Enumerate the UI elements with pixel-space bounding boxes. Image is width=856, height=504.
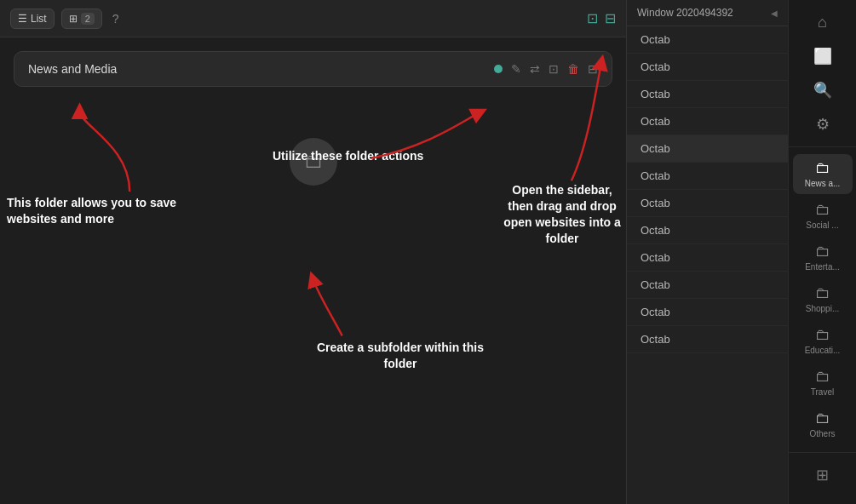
main-content: ☰ List ⊞ 2 ? ⊡ ⊟ News and Media <box>0 0 626 504</box>
folder-icon-education: 🗀 <box>815 326 830 344</box>
sidebar-label-social: Social ... <box>806 220 838 231</box>
folder-icon-others: 🗀 <box>815 410 830 427</box>
folder-area: News and Media ✎ ⇄ ⊡ 🗑 ⊟ 🗀 This folder <box>0 37 626 504</box>
delete-icon[interactable]: 🗑 <box>567 62 579 76</box>
folder-title: News and Media <box>28 62 117 76</box>
status-dot <box>494 65 503 73</box>
list-icon: ☰ <box>18 13 27 25</box>
panel-toggle[interactable]: ◀ <box>771 9 778 18</box>
sidebar-label-education: Educati... <box>805 346 841 356</box>
help-button[interactable]: ? <box>109 9 123 29</box>
annotation-subfolder: Create a subfolder within this folder <box>307 340 494 372</box>
search-icon: 🔍 <box>813 81 832 100</box>
sidebar-item-news[interactable]: 🗀 News a... <box>793 154 853 194</box>
list-item[interactable]: Octab <box>627 108 788 135</box>
list-item[interactable]: Octab <box>627 217 788 244</box>
sidebar-label-others: Others <box>809 429 835 439</box>
toolbar-left: ☰ List ⊞ 2 ? <box>10 9 123 29</box>
sidebar-bottom: ⊞ <box>789 452 856 497</box>
list-item[interactable]: Octab <box>627 54 788 81</box>
columns-button[interactable]: ⊞ 2 <box>61 9 102 29</box>
sidebar-item-others[interactable]: 🗀 Others <box>793 404 853 444</box>
export-icon[interactable]: ⊡ <box>549 62 559 76</box>
list-item[interactable]: Octab <box>627 272 788 299</box>
sidebar-label-shopping: Shoppi... <box>806 304 839 314</box>
sidebar-top-icons: ⌂ ⬜ 🔍 ⚙ <box>789 7 856 147</box>
search-button[interactable]: 🔍 <box>804 75 842 106</box>
app-container: ☰ List ⊞ 2 ? ⊡ ⊟ News and Media <box>0 0 856 504</box>
list-button[interactable]: ☰ List <box>10 9 55 29</box>
folder-icon-news: 🗀 <box>815 159 830 177</box>
add-folder-button[interactable]: ⊞ <box>804 460 842 490</box>
sidebar-item-education[interactable]: 🗀 Educati... <box>793 321 853 361</box>
list-item[interactable]: Octab <box>627 244 788 272</box>
toolbar-right: ⊡ ⊟ <box>587 10 616 26</box>
list-item[interactable]: Octab <box>627 135 788 163</box>
screen-icon[interactable]: ⊟ <box>605 10 616 26</box>
list-item[interactable]: Octab <box>627 81 788 108</box>
more-icon[interactable]: ⊟ <box>588 62 598 76</box>
sidebar-item-shopping[interactable]: 🗀 Shoppi... <box>793 279 853 319</box>
arrows-svg <box>0 37 626 504</box>
sidebar-item-travel[interactable]: 🗀 Travel <box>793 363 853 403</box>
folder-icon-social: 🗀 <box>815 201 830 219</box>
sidebar-item-social[interactable]: 🗀 Social ... <box>793 196 853 236</box>
list-label: List <box>31 13 47 25</box>
badge: 2 <box>81 13 95 25</box>
folder-icon-travel: 🗀 <box>815 368 830 386</box>
home-icon: ⌂ <box>818 14 827 32</box>
settings-button[interactable]: ⚙ <box>804 109 842 140</box>
edit-icon[interactable]: ✎ <box>511 62 521 76</box>
window-title: Window 2020494392 <box>637 7 733 19</box>
annotation-folder-info: This folder allows you to save websites … <box>7 195 228 227</box>
folder-card: News and Media ✎ ⇄ ⊡ 🗑 ⊟ <box>14 51 612 87</box>
list-item[interactable]: Octab <box>627 299 788 326</box>
list-item[interactable]: Octab <box>627 26 788 54</box>
window-panel-header: Window 2020494392 ◀ <box>627 0 788 26</box>
sidebar-item-enterta[interactable]: 🗀 Enterta... <box>793 238 853 278</box>
window-list[interactable]: Octab Octab Octab Octab Octab Octab Octa… <box>627 26 788 504</box>
add-folder-icon: ⊞ <box>816 466 829 484</box>
toolbar: ☰ List ⊞ 2 ? ⊡ ⊟ <box>0 0 626 37</box>
annotation-folder-actions: Utilize these folder actions <box>273 148 423 164</box>
list-item[interactable]: Octab <box>627 326 788 353</box>
save-icon[interactable]: ⊡ <box>587 10 598 26</box>
home-button[interactable]: ⌂ <box>804 7 842 37</box>
sidebar-label-enterta: Enterta... <box>805 262 840 272</box>
tabs-button[interactable]: ⬜ <box>804 41 842 72</box>
list-item[interactable]: Octab <box>627 190 788 217</box>
help-icon: ? <box>112 12 119 26</box>
folder-actions: ✎ ⇄ ⊡ 🗑 ⊟ <box>494 62 598 76</box>
sidebar: ⌂ ⬜ 🔍 ⚙ 🗀 News a... 🗀 Social ... 🗀 <box>788 0 856 504</box>
move-icon[interactable]: ⇄ <box>530 62 540 76</box>
sidebar-folder-list: 🗀 News a... 🗀 Social ... 🗀 Enterta... 🗀 … <box>789 154 856 449</box>
window-panel: Window 2020494392 ◀ Octab Octab Octab Oc… <box>626 0 788 504</box>
folder-icon-enterta: 🗀 <box>815 243 830 261</box>
tabs-icon: ⬜ <box>813 47 832 66</box>
annotation-sidebar-drag: Open the sidebar, then drag and drop ope… <box>498 182 626 247</box>
settings-icon: ⚙ <box>816 115 830 134</box>
columns-icon: ⊞ <box>69 13 78 25</box>
folder-icon-shopping: 🗀 <box>815 284 830 302</box>
list-item[interactable]: Octab <box>627 163 788 190</box>
sidebar-label-travel: Travel <box>811 387 834 398</box>
sidebar-label-news: News a... <box>805 179 841 189</box>
